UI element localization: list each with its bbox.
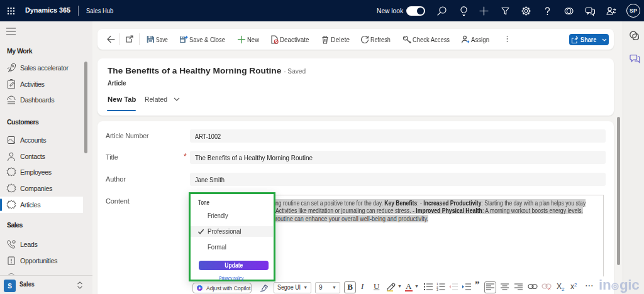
svg-text:3: 3: [436, 288, 438, 291]
